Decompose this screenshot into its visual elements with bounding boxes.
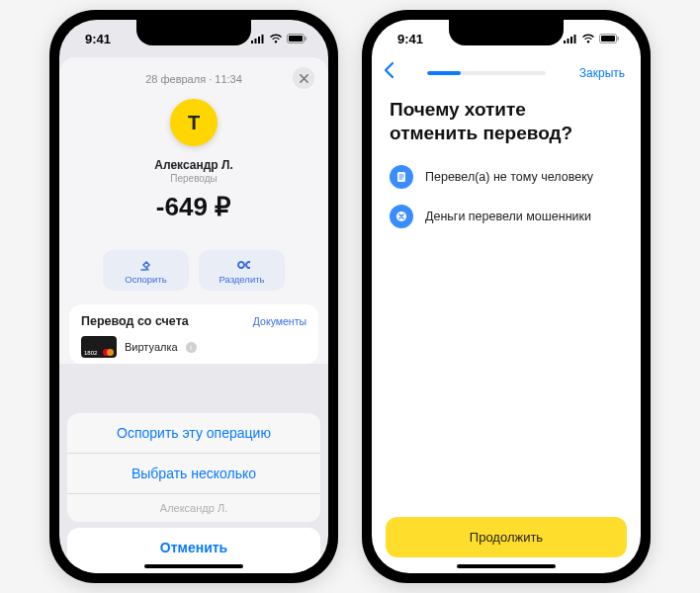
svg-rect-2 (306, 37, 306, 41)
action-select-multiple[interactable]: Выбрать несколько (67, 454, 320, 494)
progress-bar (427, 71, 546, 75)
battery-icon (287, 34, 306, 43)
wifi-icon (581, 34, 595, 43)
reason-label: Перевел(а) не тому человеку (425, 170, 593, 184)
document-icon (390, 165, 413, 189)
action-sheet-overlay: Оспорить эту операцию Выбрать несколько … (59, 20, 328, 573)
back-button[interactable] (384, 61, 394, 84)
battery-icon (599, 34, 619, 43)
wifi-icon (269, 34, 283, 43)
status-indicators (250, 34, 306, 43)
page-title: Почему хотите отменить перевод? (372, 88, 641, 157)
phone-left: 9:41 28 февраля · 11:34 Т Александр Л. П… (49, 10, 338, 583)
home-indicator[interactable] (457, 564, 556, 568)
screen-right: 9:41 Закрыть Почему хотите отменить пере… (372, 20, 641, 573)
action-cancel-button[interactable]: Отменить (67, 528, 320, 567)
action-ghost-row: Александр Л. (67, 494, 320, 522)
status-bar: 9:41 (372, 20, 641, 57)
signal-icon (250, 34, 265, 43)
signal-icon (563, 34, 577, 43)
chevron-left-icon (384, 61, 394, 79)
status-bar: 9:41 (59, 20, 328, 57)
cancel-circle-icon (390, 205, 413, 228)
svg-rect-5 (618, 37, 619, 41)
status-indicators (563, 34, 619, 43)
phone-right: 9:41 Закрыть Почему хотите отменить пере… (362, 10, 651, 583)
svg-rect-1 (289, 36, 303, 42)
screen-left: 9:41 28 февраля · 11:34 Т Александр Л. П… (59, 20, 328, 573)
action-dispute-operation[interactable]: Оспорить эту операцию (67, 413, 320, 454)
status-time: 9:41 (397, 32, 423, 46)
home-indicator[interactable] (144, 564, 243, 568)
status-time: 9:41 (85, 32, 111, 46)
reason-wrong-person[interactable]: Перевел(а) не тому человеку (390, 157, 623, 197)
top-bar: Закрыть (372, 57, 641, 88)
reason-list: Перевел(а) не тому человеку Деньги перев… (372, 157, 641, 236)
continue-button[interactable]: Продолжить (386, 517, 627, 557)
close-link[interactable]: Закрыть (579, 66, 625, 80)
action-sheet: Оспорить эту операцию Выбрать несколько … (67, 413, 320, 522)
reason-label: Деньги перевели мошенники (425, 210, 591, 223)
reason-fraud[interactable]: Деньги перевели мошенники (390, 197, 623, 236)
svg-rect-4 (601, 36, 615, 42)
